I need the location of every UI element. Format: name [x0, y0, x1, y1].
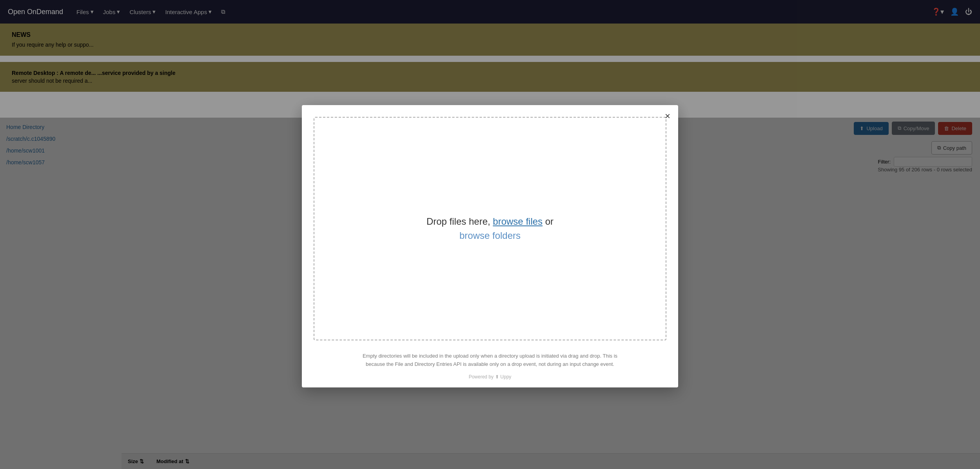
footer-note: Empty directories will be included in th… — [357, 352, 623, 369]
powered-by: Powered by ⬆ Uppy — [314, 374, 666, 380]
uppy-label: ⬆ Uppy — [495, 374, 511, 380]
browse-files-link[interactable]: browse files — [493, 216, 543, 227]
modal-footer: Empty directories will be included in th… — [302, 348, 678, 387]
or-text: or — [545, 216, 554, 227]
browse-folders-link[interactable]: browse folders — [459, 230, 521, 241]
modal-close-button[interactable]: × — [665, 111, 670, 121]
upload-modal: × Drop files here, browse files or brows… — [302, 105, 678, 387]
dropzone[interactable]: Drop files here, browse files or browse … — [314, 117, 666, 340]
drop-text-container: Drop files here, browse files or — [426, 216, 554, 227]
drop-files-text: Drop files here, — [426, 216, 490, 227]
